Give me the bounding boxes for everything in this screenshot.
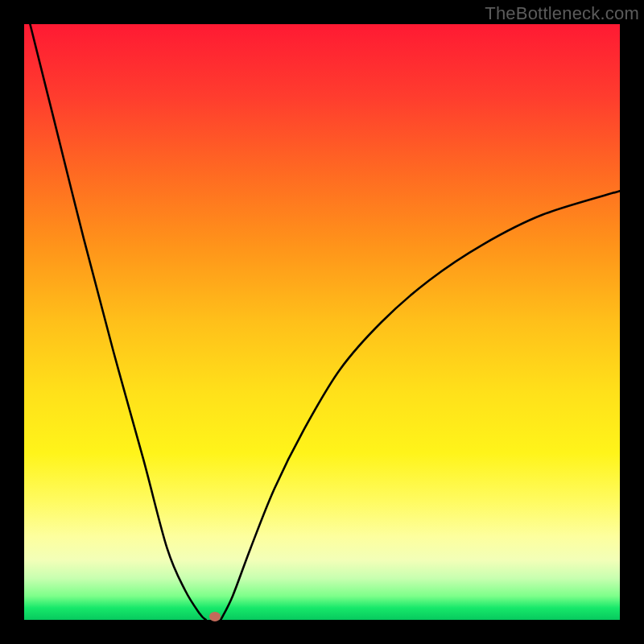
watermark-text: TheBottleneck.com	[485, 3, 639, 24]
bottleneck-curve-left	[30, 24, 205, 620]
curve-svg	[24, 24, 620, 620]
optimum-marker	[209, 612, 221, 621]
plot-area	[24, 24, 620, 620]
chart-frame: TheBottleneck.com	[0, 0, 644, 644]
bottleneck-curve-right	[221, 191, 620, 620]
